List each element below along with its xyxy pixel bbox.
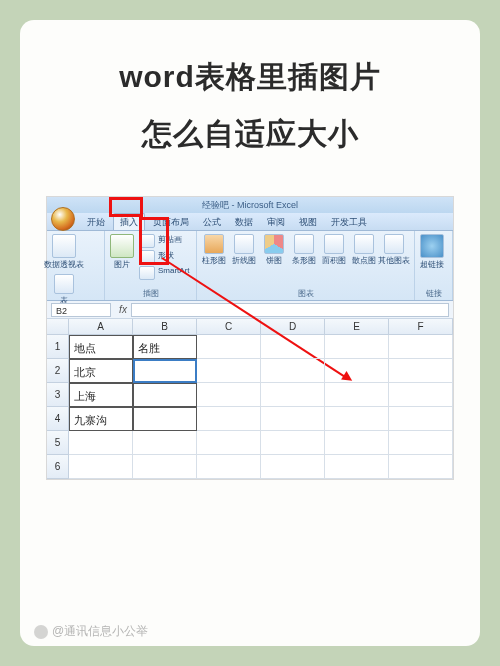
group-charts: 柱形图 折线图 饼图 条形图 面积图 散点图 其他图表 图表 [197, 231, 415, 300]
group-tables: 数据透视表 表 表 [47, 231, 105, 300]
cell-B4[interactable] [133, 407, 197, 431]
bar-chart-button[interactable]: 条形图 [291, 234, 317, 266]
cell-B1[interactable]: 名胜 [133, 335, 197, 359]
spreadsheet-grid: A B C D E F 1 地点 名胜 2 北京 [47, 319, 453, 479]
watermark-icon [34, 625, 48, 639]
name-box[interactable]: B2 [51, 303, 111, 317]
column-chart-button[interactable]: 柱形图 [201, 234, 227, 266]
window-titlebar: 经验吧 - Microsoft Excel [47, 197, 453, 213]
cell-A5[interactable] [69, 431, 133, 455]
table-button[interactable]: 表 [51, 274, 77, 306]
cell-A3[interactable]: 上海 [69, 383, 133, 407]
rowh-3[interactable]: 3 [47, 383, 69, 407]
tab-page-layout[interactable]: 页面布局 [147, 214, 195, 230]
clipart-button[interactable] [139, 234, 155, 248]
title-line-1: word表格里插图片 [42, 48, 458, 105]
cell-F5[interactable] [389, 431, 453, 455]
smartart-button[interactable] [139, 266, 155, 280]
watermark-text: @通讯信息小公举 [52, 623, 148, 640]
group-charts-label: 图表 [201, 287, 410, 299]
scatter-chart-button[interactable]: 散点图 [351, 234, 377, 266]
other-charts-button[interactable]: 其他图表 [381, 234, 407, 266]
watermark: @通讯信息小公举 [34, 623, 148, 640]
group-illustrations: 图片 剪贴画 形状 SmartArt [105, 231, 197, 300]
group-illustrations-label: 插图 [109, 287, 192, 299]
cell-C3[interactable] [197, 383, 261, 407]
cell-B5[interactable] [133, 431, 197, 455]
cell-D4[interactable] [261, 407, 325, 431]
cell-F4[interactable] [389, 407, 453, 431]
title-line-2: 怎么自适应大小 [42, 105, 458, 162]
rowh-4[interactable]: 4 [47, 407, 69, 431]
cell-E2[interactable] [325, 359, 389, 383]
cell-B3[interactable] [133, 383, 197, 407]
row-4: 4 九寨沟 [47, 407, 453, 431]
cell-E6[interactable] [325, 455, 389, 479]
card: word表格里插图片 怎么自适应大小 经验吧 - Microsoft Excel… [20, 20, 480, 646]
cell-D5[interactable] [261, 431, 325, 455]
cell-A2[interactable]: 北京 [69, 359, 133, 383]
group-links-label: 链接 [419, 287, 448, 299]
fx-icon[interactable]: fx [115, 304, 131, 315]
pivot-table-button[interactable]: 数据透视表 [51, 234, 77, 270]
col-E[interactable]: E [325, 319, 389, 335]
office-button[interactable] [51, 207, 75, 231]
cell-E4[interactable] [325, 407, 389, 431]
cell-D1[interactable] [261, 335, 325, 359]
col-A[interactable]: A [69, 319, 133, 335]
cell-C1[interactable] [197, 335, 261, 359]
line-chart-button[interactable]: 折线图 [231, 234, 257, 266]
ribbon: 数据透视表 表 表 图片 剪贴画 形状 [47, 231, 453, 301]
cell-C6[interactable] [197, 455, 261, 479]
page-title: word表格里插图片 怎么自适应大小 [42, 48, 458, 162]
shapes-button[interactable] [139, 250, 155, 264]
cell-F1[interactable] [389, 335, 453, 359]
row-1: 1 地点 名胜 [47, 335, 453, 359]
cell-E3[interactable] [325, 383, 389, 407]
cell-C2[interactable] [197, 359, 261, 383]
cell-E5[interactable] [325, 431, 389, 455]
cell-E1[interactable] [325, 335, 389, 359]
cell-A4[interactable]: 九寨沟 [69, 407, 133, 431]
rowh-1[interactable]: 1 [47, 335, 69, 359]
select-all-corner[interactable] [47, 319, 69, 335]
row-6: 6 [47, 455, 453, 479]
cell-D6[interactable] [261, 455, 325, 479]
tab-developer[interactable]: 开发工具 [325, 214, 373, 230]
rowh-2[interactable]: 2 [47, 359, 69, 383]
cell-C4[interactable] [197, 407, 261, 431]
ribbon-tabs: 开始 插入 页面布局 公式 数据 审阅 视图 开发工具 [47, 213, 453, 231]
cell-D2[interactable] [261, 359, 325, 383]
cell-F3[interactable] [389, 383, 453, 407]
area-chart-button[interactable]: 面积图 [321, 234, 347, 266]
tab-home[interactable]: 开始 [81, 214, 111, 230]
tab-formulas[interactable]: 公式 [197, 214, 227, 230]
hyperlink-button[interactable]: 超链接 [419, 234, 445, 270]
cell-B2[interactable] [133, 359, 197, 383]
tab-view[interactable]: 视图 [293, 214, 323, 230]
row-5: 5 [47, 431, 453, 455]
rowh-5[interactable]: 5 [47, 431, 69, 455]
cell-F6[interactable] [389, 455, 453, 479]
column-headers: A B C D E F [47, 319, 453, 335]
col-F[interactable]: F [389, 319, 453, 335]
cell-C5[interactable] [197, 431, 261, 455]
cell-B6[interactable] [133, 455, 197, 479]
col-B[interactable]: B [133, 319, 197, 335]
cell-A6[interactable] [69, 455, 133, 479]
col-C[interactable]: C [197, 319, 261, 335]
group-links: 超链接 链接 [415, 231, 453, 300]
tab-review[interactable]: 审阅 [261, 214, 291, 230]
tab-insert[interactable]: 插入 [113, 213, 145, 230]
formula-input[interactable] [131, 303, 449, 317]
screenshot: 经验吧 - Microsoft Excel 开始 插入 页面布局 公式 数据 审… [46, 196, 454, 480]
rowh-6[interactable]: 6 [47, 455, 69, 479]
picture-button[interactable]: 图片 [109, 234, 135, 270]
row-2: 2 北京 [47, 359, 453, 383]
cell-F2[interactable] [389, 359, 453, 383]
tab-data[interactable]: 数据 [229, 214, 259, 230]
pie-chart-button[interactable]: 饼图 [261, 234, 287, 266]
row-3: 3 上海 [47, 383, 453, 407]
cell-D3[interactable] [261, 383, 325, 407]
cell-A1[interactable]: 地点 [69, 335, 133, 359]
